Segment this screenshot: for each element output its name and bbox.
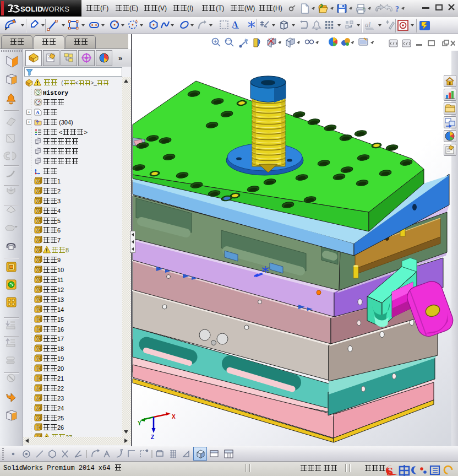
svg-text:SOLID: SOLID — [20, 5, 43, 13]
svg-text:X: X — [172, 414, 176, 420]
svg-text:A: A — [232, 20, 238, 29]
svg-text:A: A — [36, 110, 40, 115]
svg-text:WORKS: WORKS — [42, 5, 69, 13]
svg-text:S: S — [386, 464, 393, 476]
svg-text:Y: Y — [138, 420, 141, 426]
svg-text:Z: Z — [151, 434, 154, 440]
svg-text:al: al — [365, 20, 371, 29]
svg-text:?: ? — [395, 5, 399, 13]
